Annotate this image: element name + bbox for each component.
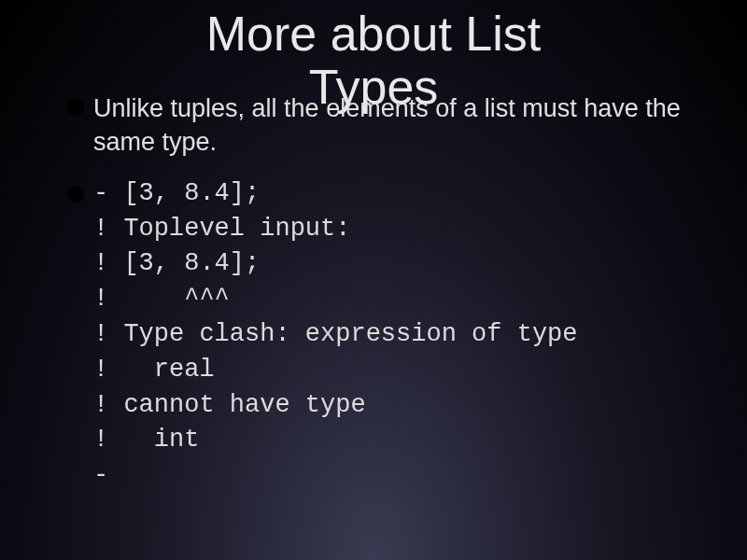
code-block: - [3, 8.4]; ! Toplevel input: ! [3, 8.4]… xyxy=(93,176,577,494)
bullet-item-code: - [3, 8.4]; ! Toplevel input: ! [3, 8.4]… xyxy=(67,176,728,494)
bullet-icon xyxy=(67,186,84,203)
bullet-item: Unlike tuples, all the elements of a lis… xyxy=(67,91,728,160)
bullet-text: Unlike tuples, all the elements of a lis… xyxy=(93,91,728,160)
slide: More about List Types Unlike tuples, all… xyxy=(0,0,747,560)
slide-content: Unlike tuples, all the elements of a lis… xyxy=(67,91,728,494)
bullet-icon xyxy=(67,99,84,116)
